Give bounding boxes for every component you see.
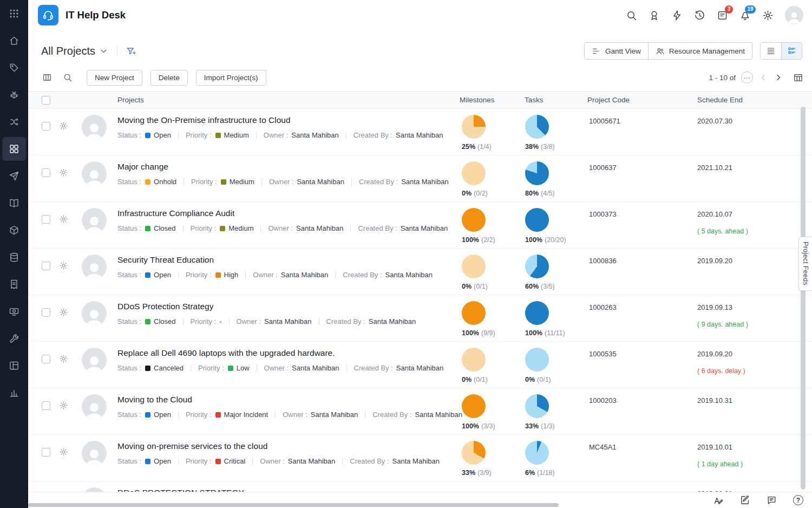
resource-management-button[interactable]: Resource Management xyxy=(648,43,752,59)
user-avatar[interactable] xyxy=(785,6,803,24)
row-settings-icon[interactable] xyxy=(59,354,68,363)
row-checkbox[interactable] xyxy=(42,355,50,363)
delete-button[interactable]: Delete xyxy=(150,70,188,86)
row-checkbox[interactable] xyxy=(42,215,50,224)
sidebar-item-wiki[interactable] xyxy=(2,191,26,215)
select-all-checkbox[interactable] xyxy=(42,96,50,105)
filter-icon[interactable] xyxy=(126,46,136,56)
row-settings-icon[interactable] xyxy=(59,308,68,317)
vertical-scrollbar[interactable] xyxy=(801,107,806,490)
horizontal-scrollbar[interactable] xyxy=(28,503,559,507)
sidebar-item-assets[interactable] xyxy=(2,218,26,242)
schedule-end-cell: 2019.10.01 ( 1 day ahead ) xyxy=(697,443,743,468)
schedule-end-date: 2020.07.30 xyxy=(697,117,732,125)
sidebar-item-database[interactable] xyxy=(2,245,26,269)
compose-icon[interactable] xyxy=(740,495,750,505)
status-label: Status : xyxy=(117,224,141,232)
sidebar-item-tags[interactable] xyxy=(2,56,26,80)
project-title[interactable]: DDoS Protection Strategy xyxy=(117,302,213,311)
column-header-schedule-end[interactable]: Schedule End xyxy=(697,96,743,104)
feedback-icon[interactable]: 3 xyxy=(717,10,728,21)
total-count-button[interactable]: … xyxy=(741,71,753,83)
sidebar-item-bugs[interactable] xyxy=(2,83,26,107)
status-square xyxy=(145,366,150,371)
project-title[interactable]: Moving the On-Premise infrastructure to … xyxy=(117,115,291,125)
tasks-cell: 33%(1/3) xyxy=(525,394,555,430)
prev-page-icon[interactable] xyxy=(758,73,768,82)
project-title[interactable]: Security Threat Education xyxy=(117,255,214,265)
row-settings-icon[interactable] xyxy=(59,261,68,270)
badge-icon[interactable] xyxy=(649,10,660,21)
sidebar-item-home[interactable] xyxy=(2,29,26,53)
created-by-label: Created By : xyxy=(326,317,365,325)
avatar xyxy=(82,441,107,466)
owner-value: Santa Mahiban xyxy=(292,364,339,372)
row-settings-icon[interactable] xyxy=(59,214,68,224)
project-title[interactable]: Moving on-premise services to the cloud xyxy=(117,441,267,451)
row-checkbox[interactable] xyxy=(42,308,50,317)
chat-icon[interactable] xyxy=(767,495,777,505)
created-by-label: Created By : xyxy=(358,224,397,232)
top-icons: 3 19 xyxy=(626,6,803,24)
apps-grid-icon[interactable] xyxy=(9,8,19,19)
created-by-value: Santa Mahiban xyxy=(401,178,448,186)
project-scope-dropdown[interactable]: All Projects xyxy=(41,45,108,57)
project-title[interactable]: Major change xyxy=(117,162,168,172)
status-square xyxy=(145,226,150,231)
milestones-cell: 100%(2/2) xyxy=(462,208,495,244)
row-settings-icon[interactable] xyxy=(59,121,68,131)
next-page-icon[interactable] xyxy=(774,73,783,82)
row-settings-icon[interactable] xyxy=(59,401,68,410)
notifications-icon[interactable]: 19 xyxy=(739,10,751,21)
flash-icon[interactable] xyxy=(671,10,683,21)
sidebar-item-projects[interactable] xyxy=(2,137,26,161)
sidebar-item-workflow[interactable] xyxy=(2,110,26,134)
row-settings-icon[interactable] xyxy=(59,447,68,457)
history-icon[interactable] xyxy=(694,10,705,21)
list-view-toggle[interactable] xyxy=(761,43,781,59)
project-feeds-tab[interactable]: Project Feeds xyxy=(798,237,812,291)
task-pie xyxy=(525,255,549,278)
import-projects-button[interactable]: Import Project(s) xyxy=(196,70,266,86)
search-list-icon[interactable] xyxy=(63,73,73,82)
row-checkbox[interactable] xyxy=(42,122,50,131)
row-checkbox[interactable] xyxy=(42,168,50,177)
column-header-project-code[interactable]: Project Code xyxy=(587,96,630,104)
row-settings-icon[interactable] xyxy=(59,168,68,177)
new-project-button[interactable]: New Project xyxy=(87,70,142,86)
row-checkbox[interactable] xyxy=(42,448,50,457)
project-title[interactable]: Infrastructure Compliance Audit xyxy=(117,209,234,218)
row-checkbox[interactable] xyxy=(42,262,50,270)
sidebar-item-invoice[interactable] xyxy=(2,272,26,296)
signature-icon[interactable] xyxy=(713,495,724,505)
app-logo[interactable] xyxy=(38,5,58,25)
column-header-milestones[interactable]: Milestones xyxy=(460,96,495,104)
chevron-down-icon xyxy=(99,47,108,56)
sidebar-item-meeting[interactable] xyxy=(2,299,26,323)
sidebar-item-launch[interactable] xyxy=(2,164,26,188)
schedule-end-date: 2019.09.20 xyxy=(697,257,732,265)
column-header-projects[interactable]: Projects xyxy=(117,96,144,104)
sidebar-item-reports[interactable] xyxy=(2,381,26,405)
divider xyxy=(335,271,336,278)
task-pie xyxy=(525,441,549,465)
detail-view-toggle[interactable] xyxy=(781,43,802,59)
settings-icon[interactable] xyxy=(762,10,774,21)
sidebar-item-tools[interactable] xyxy=(2,327,26,350)
column-header-tasks[interactable]: Tasks xyxy=(525,96,543,104)
project-meta: Status : Open Priority : Major Incident … xyxy=(117,411,462,419)
owner-label: Owner : xyxy=(253,271,278,279)
help-icon[interactable]: ? xyxy=(793,495,803,505)
search-icon[interactable] xyxy=(626,10,637,21)
customize-columns-icon[interactable] xyxy=(793,73,803,83)
created-by-label: Created By : xyxy=(343,271,382,279)
board-icon[interactable] xyxy=(42,73,52,82)
row-checkbox[interactable] xyxy=(42,401,50,410)
priority-value: Medium xyxy=(230,178,254,186)
project-title[interactable]: Replace all Dell 4690 laptops with the u… xyxy=(117,348,335,358)
gantt-view-button[interactable]: Gantt View xyxy=(585,43,648,59)
milestone-pie xyxy=(462,115,486,139)
milestone-progress: 100%(3/3) xyxy=(462,422,495,430)
project-title[interactable]: Moving to the Cloud xyxy=(117,395,192,405)
sidebar-item-layout[interactable] xyxy=(2,354,26,377)
